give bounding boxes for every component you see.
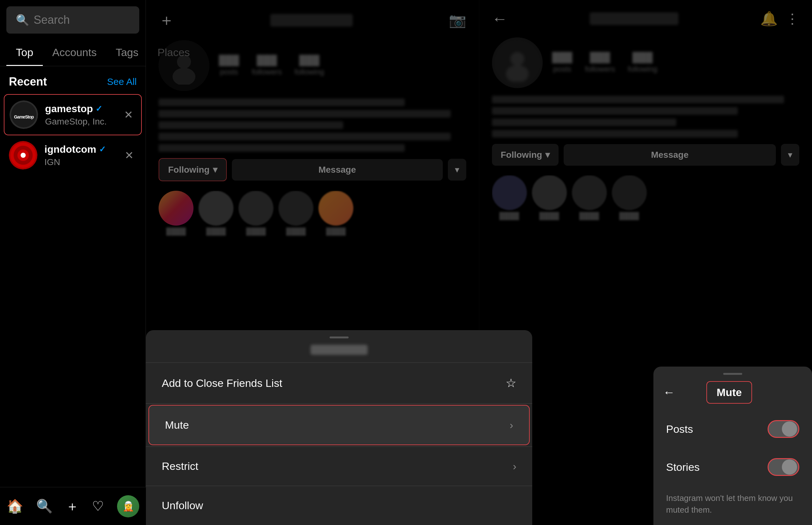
mute-title-button[interactable]: Mute [706,381,752,404]
mute-posts-toggle[interactable] [768,420,799,438]
bottom-sheet-overlay[interactable]: Add to Close Friends List ☆ Mute › Restr… [146,0,812,525]
unfollow-item[interactable]: Unfollow [146,486,532,525]
mute-stories-toggle-wrap [768,458,799,476]
bottom-sheet: Add to Close Friends List ☆ Mute › Restr… [146,330,532,525]
avatar-ign [9,141,38,169]
ign-info: igndotcom ✓ IGN [44,144,115,167]
mute-item[interactable]: Mute › [148,405,530,445]
mute-note: Instagram won't let them know you muted … [653,486,812,525]
svg-point-5 [20,153,26,158]
mute-stories-item: Stories [653,448,812,486]
verified-icon-gamestop: ✓ [96,104,102,114]
tab-accounts[interactable]: Accounts [43,40,106,66]
mute-panel-header: ← Mute [653,381,812,410]
profile-nav-button[interactable]: 🧝 [117,495,139,518]
left-panel: 🔍 Top Accounts Tags Places Recent See Al… [0,0,146,525]
search-result-ign[interactable]: igndotcom ✓ IGN ✕ [0,135,146,175]
restrict-label: Restrict [162,460,198,472]
add-close-friends-item[interactable]: Add to Close Friends List ☆ [146,363,532,403]
mute-stories-toggle[interactable] [768,458,799,476]
sheet-handle [330,336,349,339]
mute-back-button[interactable]: ← [663,386,675,399]
restrict-chevron-icon: › [513,460,517,472]
gamestop-username: gamestop ✓ [45,103,114,115]
recent-title: Recent [9,75,47,88]
sheet-divider-2 [146,403,532,404]
mute-posts-toggle-wrap [768,420,799,438]
mute-panel-handle [723,373,742,375]
ign-displayname: IGN [44,157,115,167]
avatar-gamestop: GameStop [10,101,38,129]
mute-panel: ← Mute Posts Stories [653,366,812,525]
add-nav-button[interactable]: ＋ [66,497,79,515]
mute-stories-label: Stories [666,461,700,474]
close-friends-star-icon: ☆ [506,376,517,390]
search-icon: 🔍 [16,14,29,26]
svg-text:GameStop: GameStop [14,115,34,119]
restrict-item[interactable]: Restrict › [146,447,532,486]
see-all-button[interactable]: See All [107,76,137,87]
sheet-user-preview [146,345,532,362]
remove-gamestop-button[interactable]: ✕ [121,105,136,124]
mute-stories-toggle-knob [782,460,797,475]
search-result-gamestop[interactable]: GameStop gamestop ✓ GameStop, Inc. ✕ [4,94,142,135]
remove-ign-button[interactable]: ✕ [121,146,137,165]
gamestop-displayname: GameStop, Inc. [45,117,114,127]
search-nav-button[interactable]: 🔍 [36,498,53,514]
unfollow-label: Unfollow [162,499,203,512]
verified-icon-ign: ✓ [99,145,106,154]
right-panel: ＋ 📷 ███ [146,0,812,525]
mute-posts-label: Posts [666,423,693,435]
mute-posts-toggle-knob [782,421,797,437]
mute-chevron-icon: › [510,419,513,431]
gamestop-logo-icon: GameStop [11,102,37,127]
ign-username: igndotcom ✓ [44,144,115,155]
home-nav-button[interactable]: 🏠 [7,498,23,514]
search-bar[interactable]: 🔍 [6,6,139,34]
sheet-username [310,345,368,355]
tabs-row: Top Accounts Tags Places [0,40,146,66]
mute-posts-item: Posts [653,410,812,448]
tab-tags[interactable]: Tags [106,40,148,66]
ign-logo-icon [11,142,36,168]
gamestop-info: gamestop ✓ GameStop, Inc. [45,103,114,127]
bottom-nav: 🏠 🔍 ＋ ♡ 🧝 [0,487,146,525]
add-close-friends-label: Add to Close Friends List [162,377,282,389]
heart-nav-button[interactable]: ♡ [92,498,104,514]
mute-label: Mute [165,419,189,431]
search-input[interactable] [34,13,130,27]
recent-header: Recent See All [0,66,146,94]
tab-top[interactable]: Top [6,40,43,66]
